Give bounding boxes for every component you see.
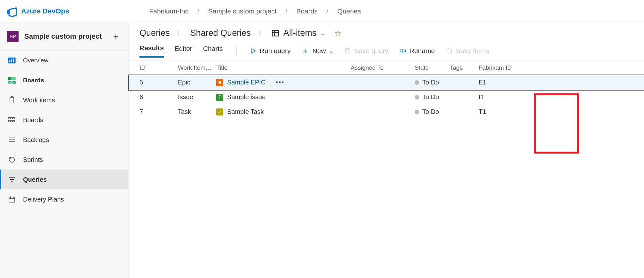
sidebar-item-work-items[interactable]: Work items — [0, 90, 128, 110]
top-bar: Azure DevOps Fabrikam-Inc / Sample custo… — [0, 0, 644, 22]
breadcrumb-area[interactable]: Boards — [296, 7, 318, 15]
cell-state: To Do — [415, 93, 450, 101]
brand-text: Azure DevOps — [21, 7, 69, 15]
col-tags[interactable]: Tags — [450, 64, 479, 71]
cell-title: Sample EPIC••• — [216, 79, 351, 86]
col-fabrikam[interactable]: Fabrikam ID — [479, 64, 536, 71]
svg-rect-12 — [13, 117, 15, 119]
svg-rect-30 — [347, 49, 349, 50]
svg-rect-4 — [8, 77, 11, 80]
sidebar-item-backlogs[interactable]: Backlogs — [0, 130, 128, 150]
cell-title: Sample issue — [216, 93, 351, 101]
azure-devops-logo-icon — [6, 6, 17, 17]
table-row[interactable]: 7TaskSample TaskTo DoT1 — [129, 105, 644, 119]
cell-type: Issue — [178, 93, 216, 101]
crumb-queries[interactable]: Queries — [139, 28, 170, 38]
crumb-current-label: All-items — [283, 28, 317, 38]
cell-title: Sample Task — [216, 108, 351, 115]
sidebar-item-overview[interactable]: Overview — [0, 51, 128, 70]
new-button[interactable]: ＋ New ⌄ — [301, 46, 334, 56]
sidebar: SP Sample custom project ＋ Overview Boar… — [0, 22, 129, 278]
breadcrumb-separator: / — [327, 7, 329, 15]
overview-icon — [7, 56, 17, 65]
run-query-label: Run query — [260, 47, 291, 55]
tabs-row: Results Editor Charts Run query ＋ New ⌄ … — [129, 41, 644, 60]
sidebar-item-sprints[interactable]: Sprints — [0, 150, 128, 170]
svg-rect-6 — [8, 81, 11, 83]
table-row[interactable]: 6IssueSample issueTo DoI1 — [129, 90, 644, 105]
sidebar-queries-label: Queries — [23, 176, 47, 183]
col-id[interactable]: ID — [139, 64, 178, 71]
backlogs-icon — [7, 135, 17, 145]
svg-rect-13 — [9, 120, 10, 122]
work-items-icon — [7, 95, 17, 105]
svg-rect-2 — [11, 60, 12, 62]
state-dot-icon — [415, 110, 419, 114]
sidebar-boards-label: Boards — [23, 77, 44, 84]
sidebar-item-boards-sub[interactable]: Boards — [0, 110, 128, 130]
breadcrumb-separator: / — [285, 7, 287, 15]
crumb-shared[interactable]: Shared Queries — [190, 28, 251, 38]
cell-fabrikam: T1 — [479, 108, 536, 115]
cell-state: To Do — [415, 79, 450, 86]
svg-rect-10 — [9, 117, 10, 119]
breadcrumb-page[interactable]: Queries — [338, 7, 361, 15]
cell-id: 5 — [139, 79, 178, 86]
brand-block[interactable]: Azure DevOps — [6, 6, 69, 17]
cell-type: Task — [178, 108, 216, 115]
col-state[interactable]: State — [415, 64, 450, 71]
svg-rect-33 — [219, 95, 221, 96]
title-link[interactable]: Sample issue — [227, 93, 266, 101]
svg-rect-35 — [219, 97, 220, 98]
title-link[interactable]: Sample Task — [227, 108, 264, 115]
chevron-down-icon: ⌄ — [329, 47, 334, 54]
project-row[interactable]: SP Sample custom project ＋ — [0, 22, 128, 51]
sidebar-backlogs-label: Backlogs — [23, 136, 49, 144]
sidebar-item-boards[interactable]: Boards — [0, 70, 128, 90]
row-actions-icon[interactable]: ••• — [276, 79, 284, 86]
svg-rect-15 — [13, 120, 15, 122]
cell-id: 7 — [139, 108, 178, 115]
add-icon[interactable]: ＋ — [112, 31, 120, 42]
table-row[interactable]: 5EpicSample EPIC•••To DoE1 — [129, 75, 644, 90]
sidebar-overview-label: Overview — [23, 57, 48, 64]
favorite-star-icon[interactable]: ☆ — [335, 29, 342, 38]
cell-fabrikam: E1 — [479, 79, 536, 86]
svg-rect-11 — [11, 117, 12, 119]
run-query-button[interactable]: Run query — [250, 47, 291, 55]
content-pane: Queries 〉 Shared Queries 〉 All-items ⌄ ☆… — [129, 22, 644, 278]
plus-icon: ＋ — [301, 46, 309, 56]
results-table: ID Work Item… Title Assigned To State Ta… — [129, 60, 644, 119]
boards-icon — [7, 75, 17, 85]
rename-button[interactable]: Rename — [399, 47, 435, 55]
queries-icon — [7, 175, 17, 184]
delivery-plans-icon — [7, 195, 17, 204]
col-title[interactable]: Title — [216, 64, 351, 71]
col-assigned[interactable]: Assigned To — [351, 64, 415, 71]
query-icon — [271, 29, 280, 37]
tab-results[interactable]: Results — [139, 44, 164, 58]
col-type[interactable]: Work Item… — [178, 64, 216, 71]
divider — [236, 45, 237, 56]
epic-icon — [216, 79, 223, 86]
tab-charts[interactable]: Charts — [203, 45, 223, 57]
save-items-button: Save items — [446, 47, 489, 55]
svg-rect-5 — [12, 77, 15, 80]
chevron-right-icon: 〉 — [177, 29, 183, 37]
tab-editor[interactable]: Editor — [175, 45, 192, 57]
sidebar-item-delivery-plans[interactable]: Delivery Plans — [0, 189, 128, 209]
sidebar-delivery-plans-label: Delivery Plans — [23, 196, 64, 203]
save-items-label: Save items — [456, 47, 489, 55]
breadcrumb-project[interactable]: Sample custom project — [208, 7, 277, 15]
crumb-current[interactable]: All-items ⌄ — [271, 28, 325, 38]
cell-state: To Do — [415, 108, 450, 115]
page-breadcrumb: Queries 〉 Shared Queries 〉 All-items ⌄ ☆ — [129, 28, 644, 38]
sidebar-item-queries[interactable]: Queries — [0, 170, 128, 189]
svg-rect-3 — [13, 59, 14, 62]
svg-rect-1 — [9, 60, 10, 62]
svg-rect-22 — [9, 197, 15, 202]
title-link[interactable]: Sample EPIC — [227, 79, 266, 86]
project-badge: SP — [7, 31, 19, 42]
svg-rect-36 — [219, 98, 220, 99]
breadcrumb-org[interactable]: Fabrikam-Inc — [149, 7, 188, 15]
